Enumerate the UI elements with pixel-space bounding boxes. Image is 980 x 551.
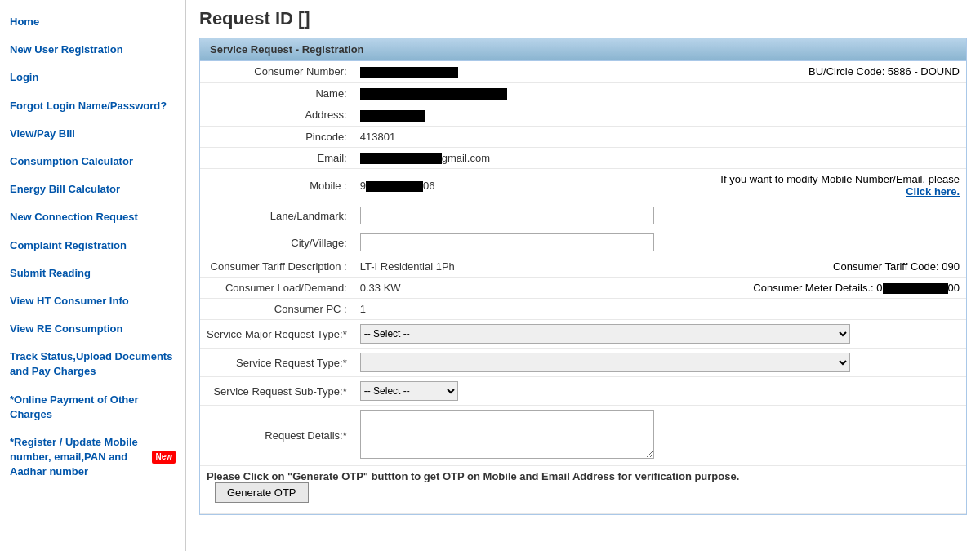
city-village-label: City/Village:	[200, 229, 354, 256]
sidebar-item-view-re-consumption[interactable]: View RE Consumption	[0, 315, 185, 343]
tariff-code-label: Consumer Tariff Code:	[833, 260, 939, 273]
service-request-type-label: Service Request Type:*	[200, 349, 354, 377]
mobile-label: Mobile :	[200, 169, 354, 202]
table-row: Consumer Number: BU/Circle Code: 5886 - …	[200, 61, 966, 82]
new-badge-icon: New	[152, 451, 176, 464]
consumer-number-redacted	[360, 67, 458, 78]
request-details-cell	[354, 406, 966, 466]
city-village-input[interactable]	[360, 233, 654, 251]
request-details-label: Request Details:*	[200, 406, 354, 466]
mobile-redacted	[366, 181, 423, 192]
otp-notice-text: Please Click on "Generate OTP" buttton t…	[207, 470, 739, 482]
table-row: Name:	[200, 82, 966, 104]
service-major-type-cell: -- Select --	[354, 320, 966, 349]
sidebar-item-new-connection-request[interactable]: New Connection Request	[0, 203, 185, 231]
tariff-desc-label: Consumer Tariff Description :	[200, 256, 354, 278]
table-row: Email: gmail.com	[200, 147, 966, 169]
pincode-label: Pincode:	[200, 126, 354, 147]
sidebar-item-track-status[interactable]: Track Status,Upload Documents and Pay Ch…	[0, 343, 185, 385]
sidebar-item-home[interactable]: Home	[0, 8, 185, 36]
table-row: Service Major Request Type:* -- Select -…	[200, 320, 966, 349]
table-row: Service Request Sub-Type:* -- Select --	[200, 377, 966, 406]
bu-circle-code: BU/Circle Code: 5886 - DOUND	[541, 61, 966, 82]
address-label: Address:	[200, 104, 354, 127]
table-row: Address:	[200, 104, 966, 127]
tariff-code-value: 090	[942, 260, 960, 273]
address-value	[354, 104, 966, 127]
table-row: Pincode: 413801	[200, 126, 966, 147]
sidebar-item-consumption-calculator[interactable]: Consumption Calculator	[0, 148, 185, 176]
register-update-label: *Register / Update Mobile number, email,…	[10, 435, 149, 480]
service-sub-type-select[interactable]: -- Select --	[360, 381, 458, 401]
generate-otp-button[interactable]: Generate OTP	[215, 482, 309, 503]
load-demand-value: 0.33 KW	[354, 278, 541, 299]
meter-details: Consumer Meter Details.: 000	[541, 278, 966, 299]
table-row: Lane/Landmark:	[200, 202, 966, 229]
main-content: Request ID [] Service Request - Registra…	[186, 0, 980, 551]
mobile-prefix: 9	[360, 180, 366, 192]
meter-prefix: 0	[876, 282, 882, 294]
service-request-type-select[interactable]	[360, 353, 850, 372]
email-suffix: gmail.com	[442, 152, 490, 164]
service-request-box: Service Request - Registration Consumer …	[199, 38, 967, 515]
meter-suffix: 00	[948, 282, 960, 294]
sidebar-item-view-pay-bill[interactable]: View/Pay Bill	[0, 120, 185, 148]
consumer-number-value	[354, 61, 541, 82]
email-label: Email:	[200, 147, 354, 169]
table-row: Service Request Type:*	[200, 349, 966, 377]
load-demand-label: Consumer Load/Demand:	[200, 278, 354, 299]
form-table: Consumer Number: BU/Circle Code: 5886 - …	[200, 61, 966, 514]
tariff-desc-value: LT-I Residential 1Ph	[354, 256, 541, 278]
sidebar-item-view-ht-consumer-info[interactable]: View HT Consumer Info	[0, 287, 185, 315]
name-label: Name:	[200, 82, 354, 104]
table-row: Consumer Load/Demand: 0.33 KW Consumer M…	[200, 278, 966, 299]
mobile-value: 906	[354, 169, 541, 202]
lane-landmark-input[interactable]	[360, 207, 654, 224]
consumer-pc-value: 1	[354, 299, 966, 320]
service-box-header: Service Request - Registration	[200, 38, 966, 61]
mobile-suffix: 06	[423, 180, 434, 192]
lane-landmark-cell	[354, 202, 966, 229]
sidebar-item-login[interactable]: Login	[0, 64, 185, 91]
name-redacted	[360, 88, 507, 100]
table-row: Consumer Tariff Description : LT-I Resid…	[200, 256, 966, 278]
sidebar-item-forgot-login[interactable]: Forgot Login Name/Password?	[0, 92, 185, 120]
sidebar-item-new-user-registration[interactable]: New User Registration	[0, 36, 185, 64]
sidebar-item-complaint-registration[interactable]: Complaint Registration	[0, 232, 185, 260]
pincode-value: 413801	[354, 126, 966, 147]
table-row: Request Details:*	[200, 406, 966, 466]
service-request-type-cell	[354, 349, 966, 377]
meter-redacted	[883, 283, 948, 294]
address-redacted	[360, 110, 425, 122]
sidebar-item-energy-bill-calculator[interactable]: Energy Bill Calculator	[0, 176, 185, 203]
modify-info: If you want to modify Mobile Number/Emai…	[541, 169, 966, 202]
service-sub-type-label: Service Request Sub-Type:*	[200, 377, 354, 406]
consumer-number-label: Consumer Number:	[200, 61, 354, 82]
modify-text: If you want to modify Mobile Number/Emai…	[720, 173, 960, 185]
request-details-textarea[interactable]	[360, 410, 654, 459]
sidebar-item-submit-reading[interactable]: Submit Reading	[0, 260, 185, 287]
click-here-link[interactable]: Click here.	[906, 185, 960, 198]
consumer-pc-label: Consumer PC :	[200, 299, 354, 320]
service-sub-type-cell: -- Select --	[354, 377, 966, 406]
table-row: Consumer PC : 1	[200, 299, 966, 320]
city-village-cell	[354, 229, 966, 256]
sidebar-item-register-update[interactable]: *Register / Update Mobile number, email,…	[0, 429, 185, 487]
table-row: City/Village:	[200, 229, 966, 256]
service-major-type-select[interactable]: -- Select --	[360, 324, 850, 344]
meter-details-label: Consumer Meter Details.:	[753, 282, 873, 294]
sidebar-item-online-payment[interactable]: *Online Payment of Other Charges	[0, 386, 185, 429]
email-value: gmail.com	[354, 147, 966, 169]
otp-notice-cell: Please Click on "Generate OTP" buttton t…	[200, 466, 966, 514]
table-row: Mobile : 906 If you want to modify Mobil…	[200, 169, 966, 202]
tariff-code: Consumer Tariff Code: 090	[541, 256, 966, 278]
email-redacted	[360, 153, 442, 164]
service-major-type-label: Service Major Request Type:*	[200, 320, 354, 349]
lane-landmark-label: Lane/Landmark:	[200, 202, 354, 229]
name-value	[354, 82, 966, 104]
otp-notice-row: Please Click on "Generate OTP" buttton t…	[200, 466, 966, 514]
page-title: Request ID []	[199, 8, 967, 29]
sidebar: Home New User Registration Login Forgot …	[0, 0, 186, 551]
